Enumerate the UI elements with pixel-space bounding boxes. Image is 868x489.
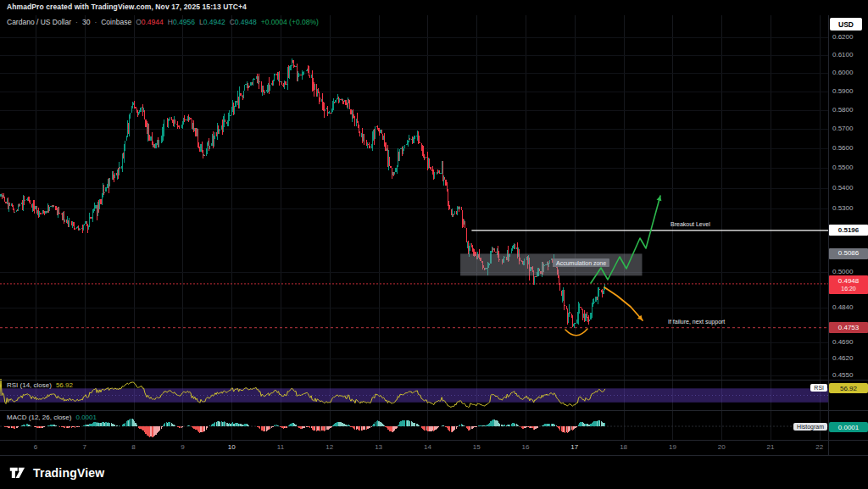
open-value: 0.4944 [142,18,164,26]
legend-separator: · [75,18,78,26]
price-axis-label: 0.6000 [832,69,853,76]
price-axis-label: 0.5600 [832,144,853,152]
tradingview-wordmark: TradingView [33,466,104,480]
breakout-label[interactable]: Breakout Level [670,221,710,227]
tradingview-logo[interactable]: TradingView [8,464,104,481]
close-value: 0.4948 [235,18,257,26]
accumulation-label[interactable]: Accumulation zone [553,258,609,267]
current-price-badge: 0.4948 16:20 [829,275,868,294]
price-axis[interactable]: 0.62000.61000.60000.59000.58000.57000.56… [829,0,868,489]
breakout-badge: 0.5196 [829,225,868,236]
current-price-value: 0.4948 [829,277,868,286]
zone-badge: 0.5086 [829,248,868,259]
rsi-legend-title: RSI (14, close) [7,381,52,389]
macd-value-badge: 0.0001 [829,422,868,432]
failure-label[interactable]: If failure, next support [668,319,725,325]
bar-countdown: 16:20 [829,286,868,293]
price-axis-label: 0.5900 [832,87,853,95]
price-axis-label: 0.5700 [832,125,853,132]
high-value: 0.4956 [173,18,195,26]
low-value: 0.4942 [203,18,225,26]
rsi-legend[interactable]: RSI (14, close) 56.92 [7,381,73,389]
macd-legend-title: MACD (12, 26, close) [7,414,71,421]
rsi-value-badge: 56.92 [829,383,868,393]
symbol-legend[interactable]: Cardano / US Dollar · 30 · Coinbase O0.4… [7,18,319,26]
rsi-name-chip: RSI [810,384,827,392]
change-value: +0.0004 (+0.08%) [261,18,319,26]
legend-separator2: · [94,18,97,26]
chart-canvas[interactable] [0,0,868,489]
rsi-legend-value: 56.92 [56,381,73,389]
price-axis-label: 0.4840 [832,303,853,311]
interval-label: 30 [82,18,90,26]
price-axis-label: 0.4550 [832,371,853,379]
macd-legend-value: 0.0001 [75,414,96,421]
price-axis-label: 0.6100 [832,51,853,58]
tradingview-logo-icon [8,464,26,481]
symbol-name: Cardano / US Dollar [7,18,71,26]
price-axis-label: 0.4620 [832,354,853,362]
price-axis-label: 0.5800 [832,106,853,114]
tradingview-snapshot: AhmadPro created with TradingView.com, N… [0,0,868,489]
macd-name-chip: Histogram [793,423,827,431]
footer-bar: TradingView [0,456,868,489]
price-axis-label: 0.5500 [832,164,853,171]
price-axis-label: 0.4690 [832,338,853,346]
price-axis-label: 0.5300 [832,204,853,212]
support-badge: 0.4753 [829,322,868,333]
attribution-text: AhmadPro created with TradingView.com, N… [7,3,247,11]
open-label: O [136,18,142,26]
price-axis-label: 0.6200 [832,33,853,41]
exchange-label: Coinbase [101,18,131,26]
price-axis-label: 0.5000 [832,268,853,275]
macd-legend[interactable]: MACD (12, 26, close) 0.0001 [7,414,97,421]
price-axis-label: 0.5400 [832,184,853,192]
